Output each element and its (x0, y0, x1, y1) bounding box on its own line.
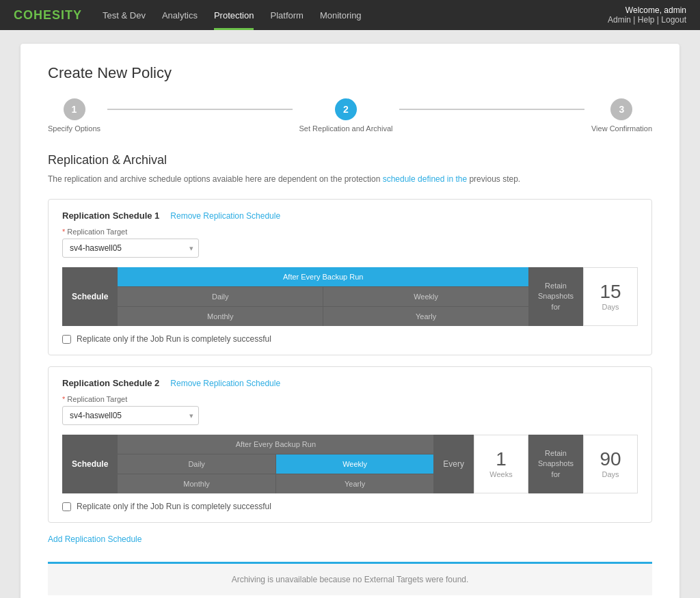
schedule-1-opt-after[interactable]: After Every Backup Run (118, 267, 528, 286)
schedule-1-target-select-wrap: sv4-haswell05 (62, 239, 199, 258)
add-replication-link[interactable]: Add Replication Schedule (48, 534, 142, 544)
policy-card: Create New Policy 1 Specify Options 2 Se… (21, 44, 679, 598)
nav-protection[interactable]: Protection (214, 1, 254, 30)
schedule-2-every-num: 1 (496, 450, 507, 469)
schedule-2-opt-daily[interactable]: Daily (118, 454, 275, 474)
step-3: 3 View Confirmation (591, 98, 652, 133)
step-3-circle: 3 (610, 98, 632, 120)
section-desc: The replication and archive schedule opt… (48, 173, 652, 185)
schedule-1-retain-unit: Days (602, 303, 619, 311)
schedule-2-every-unit: Weeks (489, 470, 512, 478)
schedule-2-target-select[interactable]: sv4-haswell05 (62, 406, 199, 425)
schedule-2-every-value-box: 1 Weeks (474, 435, 528, 493)
archival-bar: Archiving is unavailable because no Exte… (48, 562, 652, 595)
stepper: 1 Specify Options 2 Set Replication and … (48, 98, 652, 133)
schedule-2-retain-num: 90 (600, 450, 621, 469)
schedule-1-target-select[interactable]: sv4-haswell05 (62, 239, 199, 258)
schedule-2-retain-unit: Days (602, 470, 619, 478)
schedule-1-checkbox-row: Replicate only if the Job Run is complet… (62, 334, 638, 344)
schedule-1-label-box: Schedule (62, 267, 118, 326)
schedule-2-opt-yearly[interactable]: Yearly (276, 474, 433, 493)
schedule-2-opt-weekly[interactable]: Weekly (276, 454, 433, 474)
step-3-label: View Confirmation (591, 124, 652, 133)
schedule-2-checkbox[interactable] (62, 502, 71, 511)
schedule-2-checkbox-label: Replicate only if the Job Run is complet… (77, 502, 271, 511)
schedule-1-checkbox[interactable] (62, 335, 71, 344)
schedule-2-grid: Schedule After Every Backup Run Daily We… (62, 435, 638, 493)
schedule-1-opt-daily[interactable]: Daily (118, 287, 323, 306)
step-2-circle: 2 (335, 98, 357, 120)
user-info: Welcome, admin Admin | Help | Logout (608, 5, 686, 25)
nav-monitoring[interactable]: Monitoring (320, 1, 362, 30)
schedule-1-grid: Schedule After Every Backup Run Daily We… (62, 267, 638, 326)
nav-analytics[interactable]: Analytics (162, 1, 198, 30)
schedule-2-retain-value-box: 90 Days (583, 435, 638, 493)
navbar: COHESITY Test & Dev Analytics Protection… (0, 0, 700, 30)
schedule-2-options: After Every Backup Run Daily Weekly Mont… (118, 435, 433, 493)
step-1-circle: 1 (64, 98, 85, 120)
logo-text: COHESITY (14, 8, 82, 22)
schedule-2-opt-monthly[interactable]: Monthly (118, 474, 275, 493)
step-1: 1 Specify Options (48, 98, 100, 133)
schedule-2-target-label: * Replication Target (62, 395, 638, 403)
schedule-1-header: Replication Schedule 1 Remove Replicatio… (62, 210, 638, 221)
logo: COHESITY (14, 8, 82, 23)
schedule-block-2: Replication Schedule 2 Remove Replicatio… (48, 366, 652, 523)
schedule-1-opt-yearly[interactable]: Yearly (323, 307, 528, 326)
schedule-2-label-box: Schedule (62, 435, 118, 493)
welcome-text: Welcome, admin (608, 5, 686, 15)
schedule-2-header: Replication Schedule 2 Remove Replicatio… (62, 378, 638, 388)
schedule-2-target-select-wrap: sv4-haswell05 (62, 406, 199, 425)
schedule-1-title: Replication Schedule 1 (62, 210, 159, 221)
schedule-1-options: After Every Backup Run Daily Weekly Mont… (118, 267, 528, 326)
schedule-1-retain-value-box: 15 Days (583, 267, 638, 326)
main-content: Create New Policy 1 Specify Options 2 Se… (0, 30, 700, 598)
logo-accent: S (52, 8, 61, 22)
remove-schedule-1-link[interactable]: Remove Replication Schedule (170, 211, 280, 221)
remove-schedule-2-link[interactable]: Remove Replication Schedule (170, 379, 280, 388)
page-title: Create New Policy (48, 64, 652, 82)
schedule-1-opt-weekly[interactable]: Weekly (323, 287, 528, 306)
schedule-1-retain-label: RetainSnapshotsfor (528, 267, 583, 326)
schedule-1-target-label: * Replication Target (62, 228, 638, 236)
schedule-block-1: Replication Schedule 1 Remove Replicatio… (48, 199, 652, 355)
nav-items: Test & Dev Analytics Protection Platform… (103, 1, 608, 30)
schedule-2-checkbox-row: Replicate only if the Job Run is complet… (62, 502, 638, 511)
step-2-label: Set Replication and Archival (299, 124, 393, 133)
admin-link[interactable]: Admin (608, 15, 631, 25)
schedule-1-checkbox-label: Replicate only if the Job Run is complet… (77, 334, 271, 344)
user-links: Admin | Help | Logout (608, 15, 686, 25)
step-2: 2 Set Replication and Archival (299, 98, 393, 133)
schedule-2-retain-label: RetainSnapshotsfor (528, 435, 583, 493)
schedule-link[interactable]: schedule defined in the (383, 174, 467, 184)
archival-message: Archiving is unavailable because no Exte… (232, 575, 469, 584)
help-link[interactable]: Help (638, 15, 655, 25)
logout-link[interactable]: Logout (661, 15, 686, 25)
schedule-2-every-label: Every (433, 435, 474, 493)
schedule-2-title: Replication Schedule 2 (62, 378, 159, 388)
stepper-line-2 (399, 109, 584, 110)
schedule-1-opt-monthly[interactable]: Monthly (118, 307, 323, 326)
nav-platform[interactable]: Platform (270, 1, 303, 30)
nav-test-dev[interactable]: Test & Dev (103, 1, 146, 30)
schedule-1-retain-num: 15 (600, 282, 621, 301)
stepper-line-1 (107, 109, 292, 110)
section-title: Replication & Archival (48, 153, 652, 167)
step-1-label: Specify Options (48, 124, 100, 133)
schedule-2-opt-after[interactable]: After Every Backup Run (118, 435, 433, 454)
